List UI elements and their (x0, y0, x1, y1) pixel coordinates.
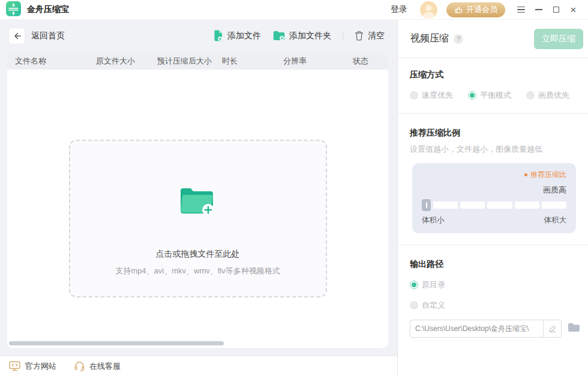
app-title: 金舟压缩宝 (27, 4, 69, 15)
column-file-name: 文件名称 (7, 56, 88, 67)
folder-add-icon (178, 185, 218, 219)
radio-circle-selected (468, 91, 476, 100)
toolbar: 返回首页 添加文件 (0, 20, 397, 52)
help-icon[interactable]: ? (454, 34, 463, 44)
footer-bar: 官方网站 在线客服 (0, 356, 397, 376)
column-duration: 时长 (214, 56, 275, 67)
toolbar-actions: 添加文件 添加文件夹 (209, 28, 388, 44)
radio-label: 自定义 (422, 300, 445, 311)
add-file-icon (213, 30, 223, 41)
panel-header: 视频压缩 ? 立即压缩 (398, 20, 588, 58)
compression-ratio-title: 推荐压缩比例 (410, 128, 580, 139)
radio-circle (410, 91, 418, 100)
vip-label: 开通会员 (466, 4, 497, 15)
app-window: 金舟压缩宝 登录 开通会员 × (0, 0, 588, 376)
badge-label: 推荐压缩比 (530, 170, 566, 180)
left-pane: 返回首页 添加文件 (0, 20, 398, 376)
output-path-row: C:\Users\User\Desktop\金舟压缩宝\ (410, 320, 580, 338)
compression-mode-section: 压缩方式 速度优先 平衡模式 画质优先 (398, 58, 588, 114)
official-website-link[interactable]: 官方网站 (9, 361, 56, 372)
browse-folder-button[interactable] (568, 323, 580, 335)
horizontal-scrollbar[interactable] (9, 341, 224, 345)
arrow-left-icon (12, 31, 22, 41)
title-bar: 金舟压缩宝 登录 开通会员 × (0, 0, 588, 20)
compression-mode-title: 压缩方式 (410, 70, 580, 80)
pencil-icon (548, 324, 557, 333)
window-controls: × (512, 1, 582, 19)
close-button[interactable]: × (565, 1, 582, 19)
radio-custom-directory[interactable]: 自定义 (410, 300, 580, 311)
slider-labels: 体积小 体积大 (422, 215, 566, 225)
add-folder-icon (273, 31, 285, 41)
column-original-size: 原文件大小 (88, 56, 149, 67)
radio-label: 画质优先 (538, 90, 569, 101)
dropzone-title: 点击或拖拽文件至此处 (156, 249, 240, 260)
ratio-slider-card: 推荐压缩比 画质高 体积小 体积大 (412, 163, 576, 233)
slider-segment[interactable] (515, 201, 539, 209)
radio-label: 平衡模式 (480, 90, 511, 101)
compression-ratio-section: 推荐压缩比例 设置值越小，文件越小，图像质量越低 推荐压缩比 画质高 (398, 114, 588, 245)
clear-label: 清空 (368, 31, 385, 41)
online-support-link[interactable]: 在线客服 (74, 361, 121, 372)
slider-segment[interactable] (433, 201, 458, 209)
recommended-ratio-badge: 推荐压缩比 (422, 170, 566, 180)
column-status: 状态 (345, 56, 388, 67)
output-path-title: 输出路径 (410, 259, 580, 270)
output-path-value: C:\Users\User\Desktop\金舟压缩宝\ (410, 324, 543, 334)
slider-segment[interactable] (460, 201, 485, 209)
radio-balanced-mode[interactable]: 平衡模式 (468, 90, 511, 101)
add-file-button[interactable]: 添加文件 (209, 28, 265, 44)
settings-panel: 视频压缩 ? 立即压缩 压缩方式 速度优先 平衡模式 (398, 20, 588, 376)
ratio-slider[interactable] (422, 199, 566, 211)
maximize-button[interactable] (547, 1, 565, 19)
file-list-body: 点击或拖拽文件至此处 支持mp4、avi、mkv、wmv、flv等多种视频格式 (7, 70, 388, 348)
compression-ratio-hint: 设置值越小，文件越小，图像质量越低 (410, 144, 580, 155)
quality-high-label: 画质高 (422, 185, 566, 195)
compression-mode-options: 速度优先 平衡模式 画质优先 (410, 90, 580, 101)
minimize-button[interactable] (530, 1, 547, 19)
trash-icon (355, 31, 364, 41)
output-path-input[interactable]: C:\Users\User\Desktop\金舟压缩宝\ (410, 320, 562, 338)
folder-icon (568, 323, 580, 333)
radio-circle-selected (410, 281, 418, 289)
back-home-label[interactable]: 返回首页 (31, 31, 65, 41)
radio-circle (526, 91, 535, 100)
compress-now-button[interactable]: 立即压缩 (534, 29, 583, 49)
back-button[interactable] (8, 28, 25, 44)
slider-handle[interactable] (422, 199, 431, 211)
headset-icon (74, 361, 85, 371)
thumb-up-icon (454, 5, 463, 14)
menu-icon[interactable] (512, 1, 530, 19)
main-area: 返回首页 添加文件 (0, 20, 588, 376)
edit-path-button[interactable] (543, 320, 561, 337)
avatar[interactable] (420, 1, 437, 19)
slider-segment[interactable] (542, 201, 566, 209)
radio-original-directory[interactable]: 原目录 (410, 279, 580, 290)
size-large-label: 体积大 (544, 215, 567, 225)
slider-segment[interactable] (487, 201, 512, 209)
radio-speed-priority[interactable]: 速度优先 (410, 90, 453, 101)
orange-dot-icon (524, 173, 527, 176)
radio-label: 速度优先 (422, 90, 453, 101)
clear-button[interactable]: 清空 (351, 28, 388, 44)
output-path-section: 输出路径 原目录 自定义 C:\Users\User\Desktop\金舟压缩宝… (398, 245, 588, 376)
size-small-label: 体积小 (422, 215, 445, 225)
app-logo-icon (6, 1, 21, 19)
radio-circle (410, 301, 418, 309)
panel-title: 视频压缩 (410, 32, 449, 45)
toolbar-divider (343, 31, 343, 41)
file-list-card: 文件名称 原文件大小 预计压缩后大小 时长 分辨率 状态 (7, 53, 388, 348)
dropzone-subtitle: 支持mp4、avi、mkv、wmv、flv等多种视频格式 (115, 266, 280, 276)
open-vip-button[interactable]: 开通会员 (446, 2, 505, 17)
add-file-label: 添加文件 (227, 31, 261, 41)
monitor-icon (9, 361, 20, 371)
radio-label: 原目录 (422, 279, 445, 290)
radio-quality-priority[interactable]: 画质优先 (526, 90, 569, 101)
add-folder-button[interactable]: 添加文件夹 (269, 28, 335, 44)
add-folder-label: 添加文件夹 (289, 31, 331, 41)
column-resolution: 分辨率 (275, 56, 345, 67)
official-website-label: 官方网站 (25, 361, 56, 372)
file-dropzone[interactable]: 点击或拖拽文件至此处 支持mp4、avi、mkv、wmv、flv等多种视频格式 (69, 140, 327, 297)
online-support-label: 在线客服 (89, 361, 121, 372)
login-link[interactable]: 登录 (391, 4, 407, 15)
